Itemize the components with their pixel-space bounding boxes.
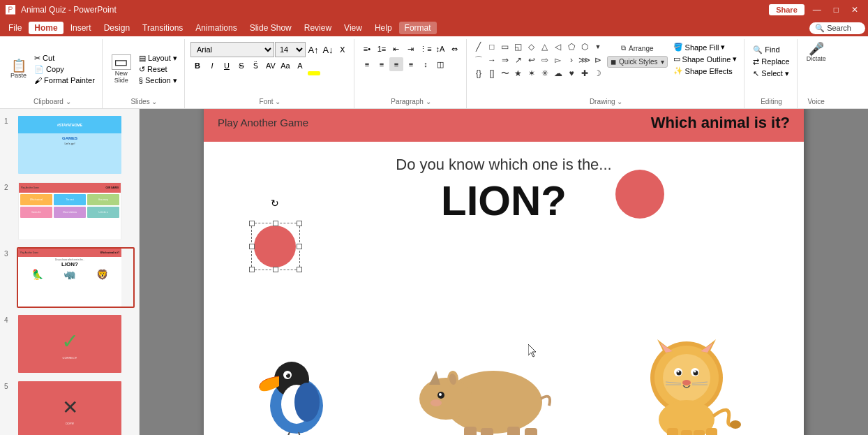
shape-snip[interactable]: ◱ xyxy=(512,40,525,53)
shape-cloud[interactable]: ☁ xyxy=(552,67,564,80)
fontcolor-button[interactable]: A xyxy=(293,59,307,73)
select-button[interactable]: ↖ Select ▾ xyxy=(750,68,792,79)
strikethrough-button[interactable]: S xyxy=(234,59,248,73)
bullets-button[interactable]: ≡• xyxy=(360,42,374,56)
share-button[interactable]: Share xyxy=(769,4,805,15)
charspacing-button[interactable]: AV xyxy=(264,59,278,73)
shape-moon[interactable]: ☽ xyxy=(592,67,604,80)
handle-bl[interactable] xyxy=(249,267,255,272)
shape-effects-button[interactable]: ✨ Shape Effects xyxy=(671,66,740,76)
slide-preview-4[interactable]: ✓ CORRECT! xyxy=(17,314,135,374)
handle-tl[interactable] xyxy=(249,221,255,226)
shape-wave[interactable]: 〜 xyxy=(499,67,511,80)
italic-button[interactable]: I xyxy=(205,59,219,73)
menu-animations[interactable]: Animations xyxy=(190,22,242,34)
slide-thumb-5[interactable]: 5 ✕ OOPS! xyxy=(4,380,135,435)
menu-transitions[interactable]: Transitions xyxy=(137,22,188,34)
slide-thumb-1[interactable]: 1 #STAYATHOME GAMES Let's go! xyxy=(4,115,135,175)
shape-star[interactable]: ★ xyxy=(512,67,525,80)
slide-preview-1[interactable]: #STAYATHOME GAMES Let's go! xyxy=(17,115,135,175)
selected-shape[interactable]: ↻ xyxy=(247,212,303,267)
shape-arrow2[interactable]: ⇒ xyxy=(499,54,511,66)
align-button[interactable]: ⇔ xyxy=(448,42,462,56)
font-name-select[interactable]: Arial xyxy=(190,42,274,57)
slide-body[interactable]: Do you know which one is the... LION? ↻ xyxy=(204,142,804,435)
shape-diamond[interactable]: ◇ xyxy=(525,40,538,53)
shape-rtriangle[interactable]: ◁ xyxy=(552,40,564,53)
shape-more[interactable]: ▼ xyxy=(592,40,604,53)
decrease-indent-button[interactable]: ⇤ xyxy=(389,42,403,56)
shape-line[interactable]: ╱ xyxy=(472,40,485,53)
shape-arrow1[interactable]: → xyxy=(486,54,498,66)
shape-chevron[interactable]: › xyxy=(565,54,578,66)
shape-bracket[interactable]: [] xyxy=(486,67,498,80)
replace-button[interactable]: ⇄ Replace xyxy=(750,57,792,67)
handle-br[interactable] xyxy=(297,267,302,272)
numbering-button[interactable]: 1≡ xyxy=(375,42,389,56)
shrink-font-button[interactable]: A↓ xyxy=(321,43,335,57)
formatpaint-button[interactable]: 🖌 Format Painter xyxy=(31,75,98,85)
minimize-button[interactable]: — xyxy=(809,5,825,15)
align-left-button[interactable]: ≡ xyxy=(360,57,374,71)
shape-pentagon[interactable]: ⬠ xyxy=(565,40,578,53)
shape-burst[interactable]: ✳ xyxy=(539,67,551,80)
rotate-handle[interactable]: ↻ xyxy=(271,198,279,209)
shape-notch[interactable]: ⊳ xyxy=(592,54,604,66)
font-size-select[interactable]: 14 xyxy=(275,42,306,57)
close-button[interactable]: ✕ xyxy=(847,5,862,15)
handle-tr[interactable] xyxy=(297,221,302,226)
menu-format[interactable]: Format xyxy=(399,22,437,34)
justify-button[interactable]: ≡ xyxy=(404,57,418,71)
copy-button[interactable]: 📄 Copy xyxy=(31,64,98,75)
shape-curly[interactable]: {} xyxy=(472,67,485,80)
maximize-button[interactable]: □ xyxy=(830,5,843,15)
slide-canvas[interactable]: Play Another Game Which animal is it? Do… xyxy=(204,109,804,435)
menu-help[interactable]: Help xyxy=(369,22,398,34)
handle-mr[interactable] xyxy=(297,244,302,249)
shape-roundrect[interactable]: ▭ xyxy=(499,40,511,53)
shape-cross[interactable]: ✚ xyxy=(578,67,591,80)
reset-button[interactable]: ↺ Reset xyxy=(136,64,180,75)
paste-button[interactable]: 📋 Paste xyxy=(7,57,30,81)
direction-button[interactable]: ↕A xyxy=(433,42,447,56)
shape-arc[interactable]: ⌒ xyxy=(472,54,485,66)
slide-thumb-3[interactable]: 3 Play Another Game Which animal is it? … xyxy=(4,247,135,308)
handle-ml[interactable] xyxy=(249,244,255,249)
menu-design[interactable]: Design xyxy=(98,22,135,34)
highlight-button[interactable] xyxy=(308,71,320,75)
shape-curvarrow[interactable]: ↩ xyxy=(525,54,538,66)
changecase-button[interactable]: Aa xyxy=(278,59,292,73)
underline-button[interactable]: U xyxy=(220,59,234,73)
shape-rect[interactable]: □ xyxy=(486,40,498,53)
dictate-button[interactable]: 🎤 Dictate xyxy=(803,40,830,64)
cut-button[interactable]: ✂ Cut xyxy=(31,53,98,64)
align-center-button[interactable]: ≡ xyxy=(375,57,389,71)
find-button[interactable]: 🔍 Find xyxy=(750,45,792,55)
add-smartart-button[interactable]: ◫ xyxy=(433,57,447,71)
menu-home[interactable]: Home xyxy=(29,22,63,34)
menu-file[interactable]: File xyxy=(3,22,27,34)
slide-preview-5[interactable]: ✕ OOPS! xyxy=(17,380,135,435)
search-box[interactable]: 🔍 Search xyxy=(809,22,865,34)
quick-styles-button[interactable]: ◼ Quick Styles ▾ xyxy=(607,56,668,68)
shape-hex[interactable]: ⬡ xyxy=(578,40,591,53)
handle-tm[interactable] xyxy=(273,221,278,226)
menu-insert[interactable]: Insert xyxy=(65,22,97,34)
increase-indent-button[interactable]: ⇥ xyxy=(404,42,418,56)
shape-fill-button[interactable]: 🪣 Shape Fill ▾ xyxy=(671,42,740,52)
columns-button[interactable]: ⋮≡ xyxy=(419,42,433,56)
shape-triangle[interactable]: △ xyxy=(539,40,551,53)
shape-heart[interactable]: ♥ xyxy=(565,67,578,80)
slide-preview-3[interactable]: Play Another Game Which animal is it? Do… xyxy=(17,247,135,308)
shape-arrow3[interactable]: ↗ xyxy=(512,54,525,66)
slide-thumb-4[interactable]: 4 ✓ CORRECT! xyxy=(4,314,135,374)
linespacing-button[interactable]: ↕ xyxy=(419,57,433,71)
shape-pentagon2[interactable]: ▻ xyxy=(552,54,564,66)
bold-button[interactable]: B xyxy=(190,59,204,73)
layout-button[interactable]: ▤ Layout ▾ xyxy=(136,53,180,64)
slide-thumb-2[interactable]: 2 Play Another Game OUR GAMES Which anim… xyxy=(4,181,135,242)
menu-slideshow[interactable]: Slide Show xyxy=(244,22,297,34)
align-right-button[interactable]: ≡ xyxy=(389,57,403,71)
new-slide-button[interactable]: ▭ NewSlide xyxy=(108,52,135,86)
shape-outline-button[interactable]: ▭ Shape Outline ▾ xyxy=(671,54,740,64)
